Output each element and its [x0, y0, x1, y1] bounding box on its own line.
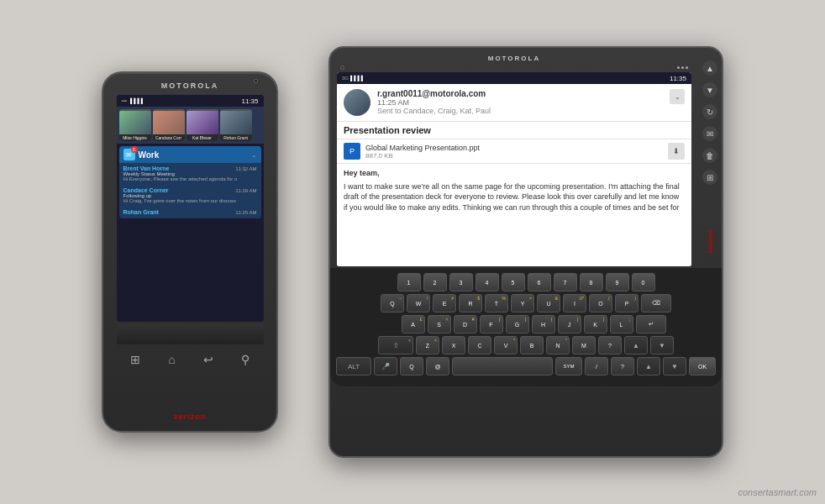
key-0[interactable]: 0 [632, 273, 655, 291]
key-ok[interactable]: OK [689, 357, 716, 375]
key-f[interactable]: F{ [480, 315, 503, 333]
key-question-bot[interactable]: ? [611, 357, 634, 375]
key-z[interactable]: Z< [416, 336, 439, 354]
key-i[interactable]: IU* [563, 294, 586, 312]
phone2-top: MOTOROLA 3G ▌▌▌▌ [330, 48, 722, 266]
key-h[interactable]: H{ [532, 315, 555, 333]
key-v[interactable]: V^ [494, 336, 518, 354]
key-r[interactable]: R$ [459, 294, 482, 312]
work-widget[interactable]: ✉ 6 Work ⌄ Brent Van Horne 11:32 AM Week… [119, 146, 261, 218]
key-c[interactable]: C [468, 336, 491, 354]
work-badge: 6 [131, 146, 138, 153]
key-shift[interactable]: ⇧< [378, 336, 413, 354]
key-backspace[interactable]: ⌫ [641, 294, 671, 312]
key-q[interactable]: Q~ [381, 294, 404, 312]
email-subject-row: Presentation review [337, 122, 691, 139]
key-1[interactable]: 1 [397, 273, 421, 291]
key-u[interactable]: U& [537, 294, 560, 312]
key-9[interactable]: 9 [606, 273, 629, 291]
expand-button[interactable]: ⌄ [670, 89, 685, 104]
kb-row-qwerty: Q~ W! E# R$ T% Y= U& IU* O( P) ⌫ [337, 294, 715, 312]
key-4[interactable]: 4 [476, 273, 499, 291]
phone2-camera [340, 66, 344, 70]
key-p[interactable]: P) [615, 294, 638, 312]
email-subject-text: Presentation review [344, 125, 685, 135]
work-title: Work [139, 150, 160, 160]
key-6[interactable]: 6 [528, 273, 551, 291]
key-g[interactable]: G[ [506, 315, 529, 333]
apps-icon[interactable]: ⊞ [130, 353, 140, 366]
key-q-bot[interactable]: Q [400, 357, 423, 375]
email-sender-3: Rohan Grant [123, 209, 159, 215]
email-item-2-header: Candace Corner 11:29 AM [123, 187, 257, 193]
back-icon[interactable]: ↩ [203, 353, 213, 366]
key-m[interactable]: M [572, 336, 596, 354]
key-sym[interactable]: SYM [555, 357, 582, 375]
email-body: Hey team, I want to make sure we're all … [337, 164, 691, 217]
work-icon: ✉ 6 [123, 149, 135, 160]
key-b[interactable]: B [520, 336, 544, 354]
key-a[interactable]: A£ [402, 315, 425, 333]
key-l[interactable]: L; [610, 315, 633, 333]
email-item-1[interactable]: Brent Van Horne 11:32 AM Weekly Status M… [119, 163, 261, 185]
delete-button[interactable]: 🗑 [702, 148, 717, 163]
key-down-bot[interactable]: ▼ [663, 357, 686, 375]
key-up-bot[interactable]: ▲ [637, 357, 660, 375]
key-question[interactable]: ? [598, 336, 622, 354]
key-down[interactable]: ▼ [650, 336, 674, 354]
work-header: ✉ 6 Work ⌄ [119, 146, 261, 163]
key-mic[interactable]: 🎤 [374, 357, 397, 375]
key-n[interactable]: N" [546, 336, 570, 354]
email-to-row: Sent to Candace, Craig, Kat, Paul [377, 107, 663, 115]
phone2-brand: MOTOROLA [337, 55, 691, 62]
scroll-down-button[interactable]: ▼ [702, 82, 717, 97]
grid-button[interactable]: ⊞ [702, 170, 717, 185]
key-o[interactable]: O( [589, 294, 612, 312]
download-button[interactable]: ⬇ [668, 143, 685, 160]
email-item-2[interactable]: Candace Corner 11:29 AM Following up Hi … [119, 185, 261, 207]
contact-rohan: Rohan Grant [220, 109, 252, 141]
work-chevron-icon[interactable]: ⌄ [251, 151, 257, 159]
key-d[interactable]: D¥ [454, 315, 477, 333]
key-j[interactable]: J} [558, 315, 581, 333]
email-preview-2: Hi Craig, I've gone over the notes from … [123, 198, 254, 203]
attachment-row[interactable]: P Global Marketing Presentation.ppt 887.… [337, 139, 691, 164]
key-k[interactable]: K] [584, 315, 607, 333]
scroll-up-button[interactable]: ▲ [702, 60, 717, 76]
key-2[interactable]: 2 [423, 273, 447, 291]
key-enter[interactable]: ↵ [636, 315, 666, 333]
verizon-logo: verizon [174, 412, 207, 421]
kb-spacer1 [386, 315, 399, 333]
rohan-label: Rohan Grant [220, 134, 252, 141]
compose-button[interactable]: ✉ [702, 126, 717, 141]
contact-candace: Candace Corr [153, 109, 185, 141]
refresh-button[interactable]: ↻ [702, 104, 717, 119]
key-up[interactable]: ▲ [624, 336, 648, 354]
ppt-icon: P [349, 147, 355, 155]
led1 [677, 66, 680, 69]
work-header-left: ✉ 6 Work [123, 149, 160, 160]
key-e[interactable]: E# [433, 294, 456, 312]
phone1-texture [117, 323, 264, 344]
email-time-large: 11:25 AM [377, 98, 663, 107]
led2 [681, 66, 684, 69]
key-7[interactable]: 7 [554, 273, 577, 291]
key-x[interactable]: X [442, 336, 465, 354]
key-w[interactable]: W! [407, 294, 430, 312]
search-icon[interactable]: ⚲ [241, 353, 250, 366]
key-3[interactable]: 3 [449, 273, 473, 291]
key-y[interactable]: Y= [511, 294, 534, 312]
key-8[interactable]: 8 [580, 273, 603, 291]
key-alt[interactable]: ALT [336, 357, 371, 375]
email-time-3: 11:25 AM [235, 210, 256, 215]
email-item-1-header: Brent Van Horne 11:32 AM [123, 165, 257, 171]
key-space[interactable] [452, 357, 553, 375]
key-5[interactable]: 5 [502, 273, 525, 291]
key-t[interactable]: T% [485, 294, 508, 312]
phone1-brand: MOTOROLA [161, 81, 218, 90]
home-icon[interactable]: ⌂ [168, 353, 175, 366]
key-s[interactable]: S< [428, 315, 451, 333]
email-item-3[interactable]: Rohan Grant 11:25 AM [119, 207, 261, 218]
key-at[interactable]: @ [426, 357, 449, 375]
key-slash[interactable]: / [585, 357, 608, 375]
